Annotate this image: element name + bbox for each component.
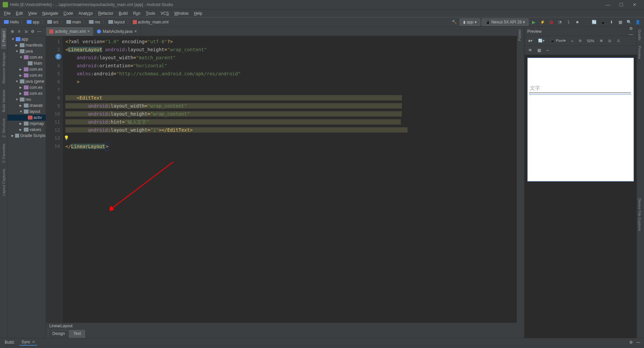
rail-structure[interactable]: Z: Structure bbox=[1, 116, 6, 140]
rail-build-variants[interactable]: Build Variants bbox=[1, 87, 6, 115]
build-hammer-icon[interactable]: 🔨 bbox=[451, 18, 458, 26]
rail-resource-manager[interactable]: Resource Manager bbox=[1, 50, 6, 86]
close-icon[interactable]: ✕ bbox=[87, 29, 90, 33]
design-tab[interactable]: Design bbox=[48, 330, 69, 338]
device-dropdown[interactable]: 📱 Pixel▾ bbox=[548, 38, 568, 44]
menu-help[interactable]: Help bbox=[191, 10, 205, 16]
rail-favorites[interactable]: 2: Favorites bbox=[1, 141, 6, 165]
tree-item[interactable]: ▶com.ex bbox=[7, 84, 46, 90]
menu-build[interactable]: Build bbox=[116, 10, 130, 16]
apply-changes-icon[interactable]: ⚡ bbox=[539, 18, 546, 26]
rail-palette[interactable]: Palette bbox=[517, 27, 522, 44]
run-button[interactable]: ▶ bbox=[530, 18, 537, 26]
navbar: Hello〉 app〉 src〉 main〉 res〉 layout〉 acti… bbox=[0, 17, 644, 27]
tree-item[interactable]: Main bbox=[7, 60, 46, 66]
tree-item[interactable]: ▶drawab bbox=[7, 102, 46, 109]
tree-item[interactable]: activ bbox=[7, 115, 46, 121]
build-right-gutter: 📱 bbox=[637, 346, 644, 348]
text-tab[interactable]: Text bbox=[69, 330, 85, 338]
profile-icon[interactable]: ◔ bbox=[556, 18, 564, 26]
debug-icon[interactable]: 🐞 bbox=[547, 18, 555, 26]
menu-refactor[interactable]: Refactor bbox=[96, 10, 116, 16]
preview-blueprint-icon[interactable]: ▦ bbox=[536, 47, 542, 53]
menu-view[interactable]: View bbox=[25, 10, 40, 16]
run-config-dropdown[interactable]: ▮ app ▾ bbox=[460, 18, 480, 26]
sdk-manager-icon[interactable]: ⬇ bbox=[608, 18, 615, 26]
collapse-all-icon[interactable]: ⇲ bbox=[23, 28, 29, 34]
zoom-out-icon[interactable]: ⊖ bbox=[577, 38, 584, 44]
menu-window[interactable]: Window bbox=[171, 10, 191, 16]
menu-file[interactable]: File bbox=[1, 10, 13, 16]
rail-preview[interactable]: Preview bbox=[637, 43, 642, 62]
menu-analyze[interactable]: Analyze bbox=[76, 10, 96, 16]
zoom-fit-icon[interactable]: ◎ bbox=[606, 38, 613, 44]
close-icon[interactable]: ✕ bbox=[32, 340, 35, 344]
breadcrumb-item[interactable]: res bbox=[88, 19, 102, 25]
menu-edit[interactable]: Edit bbox=[13, 10, 25, 16]
sync-tab[interactable]: Sync✕ bbox=[19, 339, 37, 346]
editor-tab-active[interactable]: activity_main.xml✕ bbox=[46, 27, 94, 36]
device-dropdown[interactable]: 📱 Nexus 5X API 26 ▾ bbox=[482, 18, 529, 26]
breadcrumb-item[interactable]: layout bbox=[107, 19, 126, 25]
settings-gear-icon[interactable]: ⚙ bbox=[30, 28, 36, 34]
stop-icon[interactable]: ■ bbox=[574, 18, 581, 26]
breadcrumb-item[interactable]: main bbox=[65, 19, 82, 25]
project-tree[interactable]: ▼app▶manifests▼java▼com.exMain▶com.ex▶co… bbox=[7, 36, 46, 338]
tree-item[interactable]: ▶manifests bbox=[7, 42, 46, 48]
menu-code[interactable]: Code bbox=[61, 10, 76, 16]
menu-vcs[interactable]: VCS bbox=[158, 10, 172, 16]
tree-item[interactable]: ▶values bbox=[7, 127, 46, 133]
menu-tools[interactable]: Tools bbox=[143, 10, 158, 16]
tree-item[interactable]: ▼java bbox=[7, 48, 46, 54]
tree-item[interactable]: ▶mipmap bbox=[7, 121, 46, 127]
layout-inspector-icon[interactable]: ▦ bbox=[616, 18, 624, 26]
avd-manager-icon[interactable]: 📱 bbox=[599, 18, 606, 26]
rail-device-explorer[interactable]: Device File Explorer bbox=[637, 196, 642, 234]
hide-panel-icon[interactable]: — bbox=[36, 28, 42, 34]
breadcrumb-item[interactable]: app bbox=[25, 19, 41, 25]
breadcrumb-item[interactable]: activity_main.xml bbox=[131, 19, 170, 25]
tree-item[interactable]: ▼layout bbox=[7, 109, 46, 115]
design-surface-icon[interactable]: ◈▾ bbox=[526, 38, 535, 44]
more-icon[interactable]: » bbox=[569, 38, 575, 44]
sync-project-icon[interactable]: 🔄 bbox=[590, 18, 598, 26]
rail-project[interactable]: 1: Project bbox=[1, 28, 6, 49]
editor-breadcrumb[interactable]: LinearLayout bbox=[46, 323, 517, 330]
tree-item[interactable]: ▼java (gene bbox=[7, 78, 46, 84]
warnings-icon[interactable]: ⚠ bbox=[615, 38, 622, 44]
breadcrumb-item[interactable]: src bbox=[46, 19, 60, 25]
select-opened-file-icon[interactable]: ⊕ bbox=[9, 28, 15, 34]
preview-pan-icon[interactable]: ↔ bbox=[545, 47, 551, 53]
build-output[interactable]: ▼✓ Hello: synced successfully at 2021/9/… bbox=[8, 346, 610, 348]
search-icon[interactable]: 🔍 bbox=[625, 18, 633, 26]
close-icon[interactable]: ✕ bbox=[134, 29, 137, 33]
preview-view-icon[interactable]: 👁 bbox=[527, 47, 533, 53]
tree-item[interactable]: ▼res bbox=[7, 96, 46, 102]
minimize-button[interactable]: — bbox=[601, 0, 614, 9]
orientation-icon[interactable]: 🔄▾ bbox=[536, 38, 547, 44]
tree-item[interactable]: ▶com.ex bbox=[7, 66, 46, 72]
zoom-level[interactable]: 50% bbox=[585, 38, 596, 44]
avatar-icon[interactable]: 👤 bbox=[634, 18, 641, 26]
settings-gear-icon[interactable]: ⚙ bbox=[628, 25, 634, 31]
expand-all-icon[interactable]: ≡ bbox=[16, 28, 22, 34]
close-button[interactable]: ✕ bbox=[628, 0, 641, 9]
tree-item[interactable]: ▶com.ex bbox=[7, 90, 46, 96]
maximize-button[interactable]: ☐ bbox=[614, 0, 628, 9]
tree-item[interactable]: ▼com.ex bbox=[7, 54, 46, 60]
tree-item[interactable]: ▶com.ex bbox=[7, 72, 46, 78]
hide-panel-icon[interactable]: — bbox=[635, 339, 641, 345]
attach-icon[interactable]: ⤵ bbox=[565, 18, 572, 26]
zoom-in-icon[interactable]: ⊕ bbox=[598, 38, 605, 44]
settings-gear-icon[interactable]: ⚙ bbox=[628, 339, 634, 345]
tree-item[interactable]: ▶Gradle Scripts bbox=[7, 133, 46, 139]
menu-navigate[interactable]: Navigate bbox=[40, 10, 61, 16]
editor-tab[interactable]: MainActivity.java✕ bbox=[94, 27, 140, 36]
rail-layout-captures[interactable]: Layout Captures bbox=[1, 166, 6, 199]
tree-item[interactable]: ▼app bbox=[7, 36, 46, 42]
code-editor[interactable]: <?xml version="1.0" encoding="utf-8"?> C… bbox=[63, 36, 517, 323]
breadcrumb-item[interactable]: Hello bbox=[3, 19, 20, 25]
rail-gradle[interactable]: Gradle bbox=[637, 27, 642, 43]
menu-run[interactable]: Run bbox=[130, 10, 143, 16]
preview-device-frame[interactable]: 文字 bbox=[527, 58, 634, 182]
